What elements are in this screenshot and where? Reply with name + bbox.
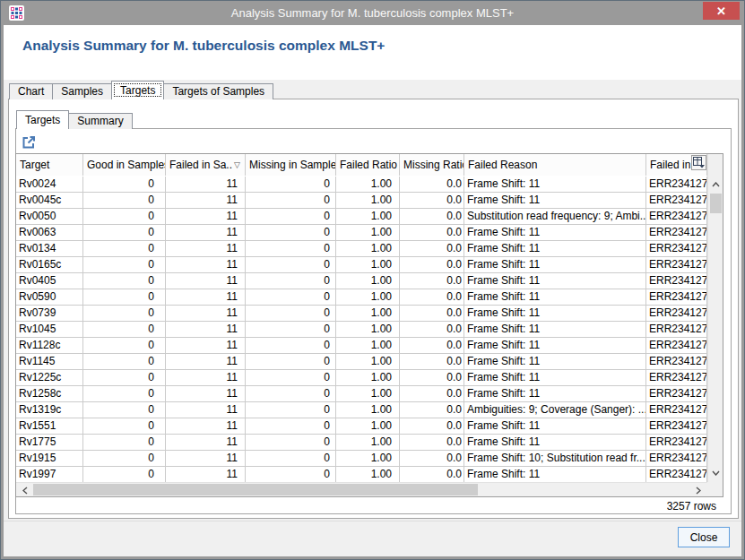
cell-missing-in-samples: 0 [246, 177, 336, 193]
cell-failed-reason: Frame Shift: 11 [464, 386, 646, 402]
cell-target: Rv1915 [16, 451, 83, 467]
cell-missing-in-samples: 0 [246, 306, 336, 322]
tab-samples[interactable]: Samples [52, 83, 112, 99]
cell-target: Rv0739 [16, 306, 83, 322]
cell-missing-in-samples: 0 [246, 193, 336, 209]
subtab-targets[interactable]: Targets [16, 110, 69, 129]
cell-good-in-samples: 0 [83, 402, 166, 418]
cell-missing-in-samples: 0 [246, 435, 336, 451]
cell-failed-in-samples: 11 [166, 289, 246, 306]
cell-missing-in-samples: 0 [246, 451, 336, 467]
cell-failed-in-samples-list: ERR234127, ER. [646, 322, 707, 338]
close-button[interactable]: Close [678, 527, 730, 547]
cell-missing-in-samples: 0 [246, 257, 336, 273]
cell-failed-in-samples: 11 [166, 354, 246, 370]
column-header-failed-ratio[interactable]: Failed Ratio [336, 154, 400, 176]
column-header-target[interactable]: Target [16, 154, 83, 176]
cell-failed-in-samples: 11 [166, 177, 246, 193]
scroll-down-arrow-icon[interactable] [708, 466, 723, 480]
window-title: Analysis Summary for M. tuberculosis com… [55, 1, 690, 25]
scroll-up-arrow-icon[interactable] [708, 177, 723, 192]
cell-failed-ratio: 1.00 [336, 386, 400, 402]
page-title: Analysis Summary for M. tuberculosis com… [22, 38, 385, 54]
cell-failed-ratio: 1.00 [336, 467, 400, 483]
table-row[interactable]: Rv177501101.000.0Frame Shift: 11ERR23412… [16, 435, 707, 451]
table-row[interactable]: Rv1258c01101.000.0Frame Shift: 11ERR2341… [16, 386, 707, 402]
cell-failed-in-samples: 11 [166, 370, 246, 386]
column-header-good-in-samples[interactable]: Good in Samples [83, 154, 166, 176]
subtab-summary[interactable]: Summary [68, 113, 132, 129]
column-header-failed-in-samples[interactable]: Failed in Sa...▽ [166, 154, 246, 176]
tab-chart[interactable]: Chart [9, 83, 53, 99]
cell-target: Rv1997 [16, 467, 83, 483]
export-table-icon[interactable] [21, 134, 37, 151]
table-row[interactable]: Rv0165c01101.000.0Frame Shift: 11ERR2341… [16, 257, 707, 273]
table-row[interactable]: Rv1128c01101.000.0Frame Shift: 11ERR2341… [16, 338, 707, 354]
table-row[interactable]: Rv1319c01101.000.0Ambiguities: 9; Covera… [16, 402, 707, 418]
title-bar[interactable]: Analysis Summary for M. tuberculosis com… [1, 1, 744, 25]
table-row[interactable]: Rv104501101.000.0Frame Shift: 11ERR23412… [16, 322, 707, 338]
cell-failed-in-samples-list: ERR234127, ER. [646, 370, 707, 386]
column-chooser-button[interactable] [691, 155, 706, 170]
table-row[interactable]: Rv040501101.000.0Frame Shift: 11ERR23412… [16, 273, 707, 289]
column-header-missing-in-samples[interactable]: Missing in Samples [246, 154, 336, 176]
column-header-missing-ratio[interactable]: Missing Ratio [400, 154, 464, 176]
vertical-scrollbar[interactable] [707, 154, 723, 482]
cell-failed-in-samples: 11 [166, 386, 246, 402]
table-row[interactable]: Rv191501101.000.0Frame Shift: 10; Substi… [16, 451, 707, 467]
horizontal-scrollbar[interactable] [16, 482, 707, 496]
tab-targets[interactable]: Targets [111, 81, 164, 99]
cell-failed-in-samples-list: ERR234127, ER. [646, 467, 707, 483]
cell-missing-in-samples: 0 [246, 338, 336, 354]
cell-failed-reason: Frame Shift: 11 [464, 370, 646, 386]
cell-missing-ratio: 0.0 [400, 241, 464, 257]
vertical-scroll-thumb[interactable] [710, 194, 722, 213]
column-header-label: Failed in Sa... [169, 155, 232, 176]
table-row[interactable]: Rv013401101.000.0Frame Shift: 11ERR23412… [16, 241, 707, 257]
cell-failed-reason: Frame Shift: 11 [464, 338, 646, 354]
cell-failed-reason: Substitution read frequency: 9; Ambi... [464, 209, 646, 225]
cell-good-in-samples: 0 [83, 322, 166, 338]
cell-missing-ratio: 0.0 [400, 289, 464, 306]
cell-failed-in-samples: 11 [166, 273, 246, 289]
window-close-button[interactable]: ✕ [703, 2, 740, 20]
cell-failed-reason: Frame Shift: 11 [464, 435, 646, 451]
scroll-right-arrow-icon[interactable] [691, 483, 706, 497]
table-row[interactable]: Rv155101101.000.0Frame Shift: 11ERR23412… [16, 418, 707, 435]
cell-failed-reason: Frame Shift: 11 [464, 193, 646, 209]
cell-target: Rv0590 [16, 289, 83, 306]
tab-targets-of-samples[interactable]: Targets of Samples [163, 83, 273, 99]
column-header-failed-reason[interactable]: Failed Reason [464, 154, 646, 176]
cell-missing-ratio: 0.0 [400, 435, 464, 451]
table-row[interactable]: Rv002401101.000.0Frame Shift: 11ERR23412… [16, 177, 707, 193]
table-row[interactable]: Rv114501101.000.0Frame Shift: 11ERR23412… [16, 354, 707, 370]
cell-good-in-samples: 0 [83, 289, 166, 306]
cell-target: Rv0045c [16, 193, 83, 209]
table-row[interactable]: Rv006301101.000.0Frame Shift: 11ERR23412… [16, 225, 707, 241]
cell-failed-ratio: 1.00 [336, 177, 400, 193]
cell-missing-ratio: 0.0 [400, 273, 464, 289]
main-tab-bar: ChartSamplesTargetsTargets of Samples [9, 81, 273, 99]
cell-failed-reason: Frame Shift: 11 [464, 177, 646, 193]
cell-failed-reason: Frame Shift: 11 [464, 354, 646, 370]
cell-good-in-samples: 0 [83, 386, 166, 402]
table-row[interactable]: Rv0045c01101.000.0Frame Shift: 11ERR2341… [16, 193, 707, 209]
column-header-label: Missing in Samples [249, 155, 335, 176]
table-row[interactable]: Rv1225c01101.000.0Frame Shift: 11ERR2341… [16, 370, 707, 386]
cell-missing-in-samples: 0 [246, 241, 336, 257]
table-row[interactable]: Rv005001101.000.0Substitution read frequ… [16, 209, 707, 225]
cell-target: Rv0134 [16, 241, 83, 257]
cell-missing-ratio: 0.0 [400, 322, 464, 338]
cell-failed-in-samples-list: ERR234127, ER. [646, 289, 707, 306]
cell-good-in-samples: 0 [83, 241, 166, 257]
cell-failed-in-samples: 11 [166, 322, 246, 338]
scroll-left-arrow-icon[interactable] [18, 483, 32, 497]
table-row[interactable]: Rv073901101.000.0Frame Shift: 11ERR23412… [16, 306, 707, 322]
cell-failed-ratio: 1.00 [336, 209, 400, 225]
table-row[interactable]: Rv199701101.000.0Frame Shift: 11ERR23412… [16, 467, 707, 483]
cell-failed-ratio: 1.00 [336, 322, 400, 338]
cell-target: Rv0050 [16, 209, 83, 225]
cell-good-in-samples: 0 [83, 209, 166, 225]
table-row[interactable]: Rv059001101.000.0Frame Shift: 11ERR23412… [16, 289, 707, 306]
horizontal-scroll-thumb[interactable] [33, 484, 478, 495]
